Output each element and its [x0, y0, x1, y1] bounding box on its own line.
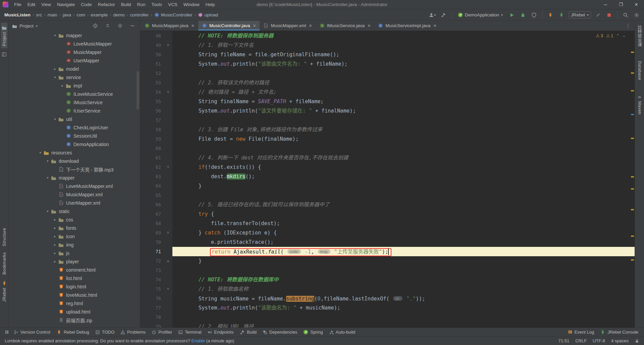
stripe-project[interactable]: Project: [1, 23, 7, 48]
editor-tab-musiccontroller-java[interactable]: CMusicController.java✕: [198, 21, 260, 30]
code-line[interactable]: 70 e.printStackTrace();: [140, 237, 635, 247]
code-line[interactable]: 59 File dest = new File(finalName);: [140, 134, 635, 144]
code-text[interactable]: [172, 69, 635, 78]
toolwindow-auto-build[interactable]: Auto-build: [326, 328, 359, 336]
breadcrumb-item[interactable]: src: [35, 12, 43, 18]
code-line[interactable]: 57: [140, 116, 635, 125]
code-text[interactable]: } catch (IOException e) {: [172, 228, 635, 237]
code-line[interactable]: 69▿ } catch (IOException e) {: [140, 228, 635, 237]
breadcrumb-item[interactable]: controller: [129, 12, 150, 18]
breadcrumb-item[interactable]: main: [47, 12, 58, 18]
toolwindow-event-log[interactable]: Event Log: [565, 330, 597, 335]
code-line[interactable]: 61 // 4. 判断一下 dest 对应的文件夹是否存在,不存在就去创建: [140, 153, 635, 162]
line-number[interactable]: 56: [140, 106, 164, 116]
line-number[interactable]: 54: [140, 87, 164, 97]
code-line[interactable]: 62▿ if(!dest.exists()) {: [140, 162, 635, 172]
panel-settings-button[interactable]: [116, 22, 124, 30]
code-line[interactable]: 74 // NOTE: 将数据保存在数据库中: [140, 275, 635, 284]
menu-navigate[interactable]: Navigate: [54, 0, 78, 9]
menu-run[interactable]: Run: [134, 0, 149, 9]
tree-item[interactable]: ▸player: [9, 257, 140, 266]
enable-link[interactable]: Enable: [192, 338, 205, 343]
code-line[interactable]: 58 // 3. 创建 File 对象,将绝对路径作为参数传过来: [140, 125, 635, 134]
tree-item[interactable]: CSessionUtil: [9, 132, 140, 140]
tree-item[interactable]: 5loveMusic.html: [9, 291, 140, 299]
tree-chevron-icon[interactable]: ▾: [38, 151, 43, 154]
code-line[interactable]: 63 dest.mkdirs();: [140, 172, 635, 181]
debug-button[interactable]: [519, 11, 527, 19]
code-line[interactable]: 71 return AjaxResult.fail( code: -1, msg…: [140, 247, 635, 256]
code-text[interactable]: [172, 266, 635, 275]
hide-panel-button[interactable]: [128, 22, 137, 30]
line-number[interactable]: 57: [140, 116, 164, 125]
settings-button[interactable]: [633, 11, 641, 19]
code-line[interactable]: 78: [140, 313, 635, 322]
code-line[interactable]: 54▿ // 绝对路径 = 路径 + 文件名;: [140, 87, 635, 97]
encoding-widget[interactable]: UTF-8: [593, 338, 605, 343]
tree-item[interactable]: ▾resources: [9, 148, 140, 157]
line-number[interactable]: 77: [140, 303, 164, 313]
code-line[interactable]: 72▵ }: [140, 256, 635, 266]
tree-item[interactable]: 5login.html: [9, 282, 140, 291]
run-configuration-select[interactable]: DemoApplication ▾: [456, 12, 505, 18]
tree-item[interactable]: ▾util: [9, 115, 140, 123]
tree-item[interactable]: 5reg.html: [9, 299, 140, 307]
code-text[interactable]: try {: [172, 209, 635, 219]
line-number[interactable]: 64: [140, 181, 164, 191]
code-line[interactable]: 52: [140, 69, 635, 78]
code-text[interactable]: // NOTE: 将数据保存到服务器: [172, 31, 635, 41]
close-button[interactable]: ✕: [629, 0, 644, 9]
inspections-widget[interactable]: ⚠ 3 ⚠ 1 ⌃ ⌄: [593, 32, 628, 39]
breadcrumb-item[interactable]: demo: [112, 12, 126, 18]
menu-file[interactable]: File: [11, 0, 24, 9]
code-text[interactable]: String musicName = fileName.substring(0,…: [172, 294, 635, 303]
line-number[interactable]: 62: [140, 162, 164, 172]
error-stripe[interactable]: [630, 31, 635, 328]
tab-close-icon[interactable]: ✕: [191, 23, 195, 28]
line-number[interactable]: 48: [140, 31, 164, 41]
line-number[interactable]: 68: [140, 219, 164, 228]
menu-view[interactable]: View: [38, 0, 54, 9]
tree-item[interactable]: IIUserService: [9, 107, 140, 115]
menu-code[interactable]: Code: [78, 0, 95, 9]
code-text[interactable]: // 2. 获取该文件的绝对路径: [172, 78, 635, 87]
line-number[interactable]: 60: [140, 144, 164, 153]
line-number[interactable]: 61: [140, 153, 164, 162]
code-text[interactable]: System.out.println("该文件要被存储在: " + finalN…: [172, 106, 635, 116]
toolwindow-todo[interactable]: TODO: [92, 328, 117, 336]
toolwindow-dependencies[interactable]: Dependencies: [260, 328, 300, 336]
tree-chevron-icon[interactable]: ▾: [45, 209, 50, 213]
code-text[interactable]: return AjaxResult.fail( code: -1, msg: "…: [172, 247, 635, 256]
line-number[interactable]: 73: [140, 266, 164, 275]
line-number[interactable]: 49: [140, 41, 164, 50]
tree-item[interactable]: 前端页面.zip: [9, 316, 140, 324]
menu-vcs[interactable]: VCS: [165, 0, 180, 9]
fold-marker-icon[interactable]: ▿: [164, 87, 172, 97]
code-line[interactable]: 50 String fileName = file.getOriginalFil…: [140, 50, 635, 59]
line-number[interactable]: 71: [140, 247, 164, 256]
locate-file-button[interactable]: [91, 22, 99, 30]
code-text[interactable]: [172, 144, 635, 153]
line-number[interactable]: 70: [140, 237, 164, 247]
line-number[interactable]: 52: [140, 69, 164, 78]
stripe-tool-button[interactable]: [1, 50, 7, 59]
line-number[interactable]: 63: [140, 172, 164, 181]
line-number[interactable]: 58: [140, 125, 164, 134]
tree-item[interactable]: ▸fonts: [9, 224, 140, 232]
code-line[interactable]: 60: [140, 144, 635, 153]
jrebel-run-button[interactable]: [546, 11, 554, 19]
code-line[interactable]: 48 // NOTE: 将数据保存到服务器: [140, 31, 635, 41]
tree-chevron-icon[interactable]: ▸: [52, 226, 58, 230]
editor-tab-musicmapper-java[interactable]: IMusicMapper.java✕: [141, 21, 198, 30]
line-number[interactable]: 74: [140, 275, 164, 284]
code-line[interactable]: 64 }: [140, 181, 635, 191]
menu-build[interactable]: Build: [118, 0, 134, 9]
editor-tab-imusicservice-java[interactable]: IIMusicService.java✕: [316, 21, 375, 30]
line-number[interactable]: 51: [140, 59, 164, 69]
run-button[interactable]: [508, 11, 516, 19]
fold-marker-icon[interactable]: ▿: [164, 228, 172, 237]
tab-options-icon[interactable]: ⋮: [622, 21, 635, 30]
tree-item[interactable]: ▸impl: [9, 81, 140, 90]
tree-chevron-icon[interactable]: ▸: [60, 84, 65, 87]
stripe-database[interactable]: Database: [637, 59, 643, 83]
